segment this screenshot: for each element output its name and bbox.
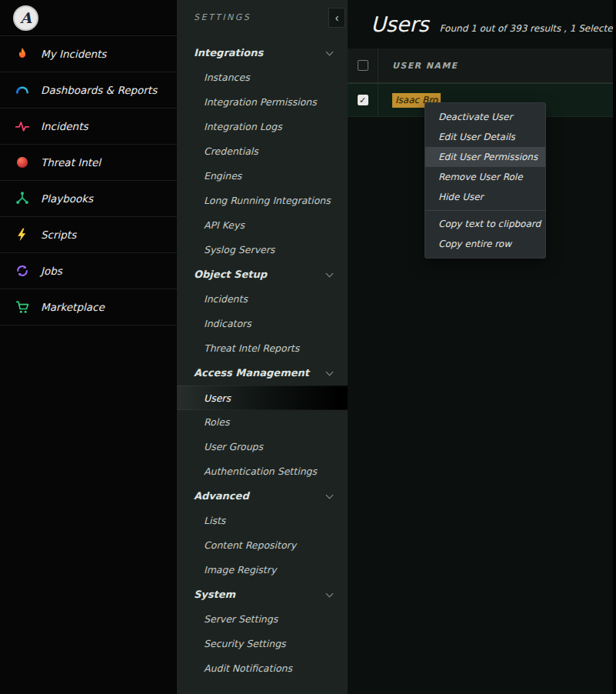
sidebar-item-threat-intel[interactable]: Threat Intel — [0, 145, 177, 181]
settings-item-integration-logs[interactable]: Integration Logs — [177, 115, 348, 139]
app-root: A My Incidents Dashboards & Reports — [0, 0, 616, 694]
settings-item-integration-permissions[interactable]: Integration Permissions — [177, 90, 348, 115]
settings-section-integrations[interactable]: Integrations — [177, 41, 348, 65]
sidebar-item-marketplace[interactable]: Marketplace — [0, 289, 177, 325]
chevron-down-icon — [326, 48, 334, 56]
column-header-user-name[interactable]: USER NAME — [378, 48, 616, 82]
sync-icon — [14, 262, 31, 279]
sidebar-item-label: Marketplace — [41, 301, 105, 313]
page-title: Users — [371, 12, 429, 36]
sidebar-item-label: Threat Intel — [41, 156, 101, 168]
section-label: Advanced — [194, 490, 249, 502]
sidebar-item-label: Incidents — [41, 120, 88, 132]
settings-item-engines[interactable]: Engines — [177, 164, 348, 189]
select-all-cell — [348, 48, 378, 82]
sidebar-nav: My Incidents Dashboards & Reports Incide… — [0, 36, 177, 325]
settings-section-system[interactable]: System — [177, 582, 348, 607]
settings-item-content-repository[interactable]: Content Repository — [177, 533, 348, 558]
flame-icon — [14, 45, 31, 62]
settings-item-credentials[interactable]: Credentials — [177, 139, 348, 164]
pulse-icon — [14, 118, 31, 135]
menu-item-edit-user-permissions[interactable]: Edit User Permissions — [425, 147, 545, 167]
settings-item-security-settings[interactable]: Security Settings — [177, 632, 348, 656]
sidebar-item-label: My Incidents — [41, 48, 106, 60]
select-all-checkbox[interactable] — [358, 60, 368, 71]
menu-divider — [425, 210, 545, 211]
settings-item-syslog-servers[interactable]: Syslog Servers — [177, 238, 348, 262]
app-logo-icon: A — [13, 5, 38, 31]
settings-item-users[interactable]: Users — [177, 385, 348, 410]
menu-item-copy-entire-row[interactable]: Copy entire row — [425, 234, 545, 254]
scrollbar-track[interactable] — [613, 0, 616, 694]
section-label: System — [194, 589, 235, 600]
settings-item-instances[interactable]: Instances — [177, 65, 348, 90]
settings-item-image-registry[interactable]: Image Registry — [177, 558, 348, 582]
lightning-icon — [14, 226, 31, 243]
sidebar-item-incidents[interactable]: Incidents — [0, 108, 177, 145]
settings-item-long-running-integrations[interactable]: Long Running Integrations — [177, 189, 348, 213]
logo-letter: A — [20, 11, 32, 25]
row-checkbox-cell: ✓ — [348, 84, 378, 116]
settings-item-authentication-settings[interactable]: Authentication Settings — [177, 459, 348, 484]
settings-panel: SETTINGS ‹ Integrations Instances Integr… — [177, 0, 348, 694]
settings-panel-title: SETTINGS — [177, 0, 348, 41]
settings-section-object-setup[interactable]: Object Setup — [177, 262, 348, 287]
logo-container[interactable]: A — [0, 0, 177, 36]
page-header: Users Found 1 out of 393 results , 1 Sel… — [348, 0, 616, 48]
settings-item-lists[interactable]: Lists — [177, 509, 348, 533]
menu-item-copy-text-to-clipboard[interactable]: Copy text to clipboard — [425, 214, 545, 234]
settings-item-api-keys[interactable]: API Keys — [177, 213, 348, 238]
settings-item-indicators[interactable]: Indicators — [177, 312, 348, 336]
sidebar-item-scripts[interactable]: Scripts — [0, 217, 177, 253]
settings-section-advanced[interactable]: Advanced — [177, 484, 348, 509]
section-label: Integrations — [194, 47, 263, 58]
sidebar-item-my-incidents[interactable]: My Incidents — [0, 36, 177, 72]
menu-item-hide-user[interactable]: Hide User — [425, 187, 545, 207]
row-checkbox[interactable]: ✓ — [358, 95, 368, 105]
settings-item-user-groups[interactable]: User Groups — [177, 435, 348, 459]
chevron-down-icon — [326, 369, 334, 376]
sidebar-item-label: Playbooks — [41, 192, 93, 205]
branch-icon — [14, 190, 31, 207]
main-sidebar: A My Incidents Dashboards & Reports — [0, 0, 177, 694]
settings-item-threat-intel-reports[interactable]: Threat Intel Reports — [177, 336, 348, 361]
settings-item-roles[interactable]: Roles — [177, 410, 348, 435]
chevron-down-icon — [326, 492, 334, 499]
chevron-down-icon — [326, 590, 334, 598]
results-text: Found 1 out of 393 results , 1 Selected … — [440, 23, 616, 34]
menu-item-edit-user-details[interactable]: Edit User Details — [425, 127, 545, 147]
settings-item-audit-notifications[interactable]: Audit Notifications — [177, 656, 348, 681]
settings-item-server-settings[interactable]: Server Settings — [177, 607, 348, 632]
sidebar-item-label: Scripts — [41, 229, 76, 241]
menu-item-deactivate-user[interactable]: Deactivate User — [425, 107, 545, 127]
collapse-panel-button[interactable]: ‹ — [328, 8, 345, 28]
section-label: Access Management — [194, 367, 309, 379]
section-label: Object Setup — [194, 269, 267, 280]
sidebar-item-jobs[interactable]: Jobs — [0, 253, 177, 289]
orb-icon — [14, 154, 31, 171]
cart-icon — [14, 299, 31, 315]
sidebar-item-label: Jobs — [41, 265, 62, 277]
gauge-icon — [14, 82, 31, 98]
chevron-down-icon — [326, 270, 334, 278]
context-menu: Deactivate User Edit User Details Edit U… — [425, 102, 546, 259]
sidebar-item-dashboards-reports[interactable]: Dashboards & Reports — [0, 72, 177, 108]
sidebar-item-label: Dashboards & Reports — [41, 84, 157, 96]
table-header-row: USER NAME — [348, 48, 616, 83]
settings-item-incidents[interactable]: Incidents — [177, 287, 348, 312]
settings-section-access-management[interactable]: Access Management — [177, 361, 348, 385]
sidebar-item-playbooks[interactable]: Playbooks — [0, 181, 177, 217]
results-summary: Found 1 out of 393 results , 1 Selected … — [440, 15, 616, 34]
menu-item-remove-user-role[interactable]: Remove User Role — [425, 167, 545, 187]
